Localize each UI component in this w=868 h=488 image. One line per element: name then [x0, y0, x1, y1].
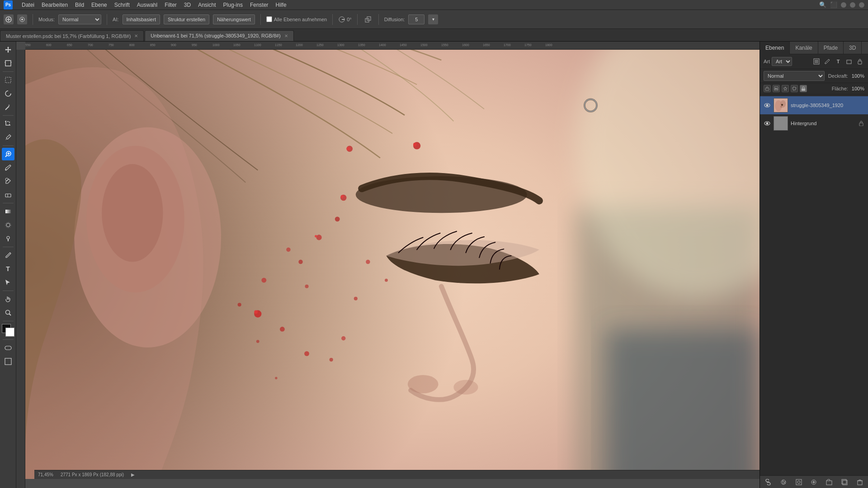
- menu-auswahl[interactable]: Auswahl: [137, 2, 157, 8]
- struktur-erstellen-btn[interactable]: Struktur erstellen: [164, 14, 209, 24]
- tab-muster-close[interactable]: ✕: [134, 33, 138, 38]
- lock-position-icon[interactable]: [782, 85, 789, 92]
- svg-point-76: [298, 260, 302, 264]
- layer-visibility-toggle-struggle[interactable]: [764, 102, 771, 109]
- panel-tab-ebenen[interactable]: Ebenen: [760, 42, 790, 54]
- blend-mode-dropdown[interactable]: Normal: [764, 71, 825, 81]
- healing-brush-tool[interactable]: [2, 148, 14, 160]
- layer-item-struggle[interactable]: struggle-3805349_1920: [760, 96, 868, 114]
- tab-unbenannt[interactable]: Unbenannt-1 bei 71,5% (struggle-3805349_…: [145, 30, 293, 41]
- svg-point-111: [781, 104, 783, 106]
- search-icon[interactable]: 🔍: [819, 1, 826, 8]
- menu-bearbeiten[interactable]: Bearbeiten: [42, 2, 68, 8]
- delete-layer-icon[interactable]: [855, 478, 864, 487]
- dodge-tool[interactable]: [2, 232, 14, 245]
- menu-hilfe[interactable]: Hilfe: [276, 2, 287, 8]
- main-content: T 550 600: [0, 42, 868, 488]
- add-layer-icon[interactable]: [840, 478, 849, 487]
- lasso-tool[interactable]: [2, 87, 14, 100]
- magic-wand-tool[interactable]: [2, 101, 14, 113]
- zoom-tool[interactable]: [2, 306, 14, 319]
- eyedropper-tool[interactable]: [2, 131, 14, 144]
- lock-all-icon[interactable]: [800, 85, 807, 92]
- tab-bar: Muster erstellen.psdc bei 15,7% (Farbfül…: [0, 29, 868, 42]
- svg-point-66: [453, 380, 478, 394]
- panel-tab-kanale[interactable]: Kanäle: [790, 42, 818, 54]
- blur-tool[interactable]: [2, 219, 14, 231]
- move-tool[interactable]: [2, 43, 14, 56]
- menu-schrift[interactable]: Schrift: [114, 2, 130, 8]
- menu-filter[interactable]: Filter: [165, 2, 177, 8]
- clone-source-icon[interactable]: [363, 14, 373, 24]
- menu-ansicht[interactable]: Ansicht: [198, 2, 216, 8]
- artboard-tool[interactable]: [2, 57, 14, 70]
- right-panel: Ebenen Kanäle Pfade 3D Art Art T: [760, 42, 868, 488]
- screen-mode-tool[interactable]: [2, 355, 14, 368]
- maximize-btn[interactable]: [850, 2, 855, 8]
- add-mask-icon[interactable]: [794, 478, 803, 487]
- path-selection-tool[interactable]: [2, 276, 14, 289]
- svg-text:1500: 1500: [420, 43, 428, 47]
- menu-fenster[interactable]: Fenster: [250, 2, 269, 8]
- lock-image-icon[interactable]: [773, 85, 780, 92]
- layer-icon-text[interactable]: T: [834, 57, 843, 66]
- layer-icon-shape[interactable]: [844, 57, 854, 66]
- minimize-btn[interactable]: [841, 2, 846, 8]
- hand-tool[interactable]: [2, 293, 14, 305]
- layer-icon-pixel[interactable]: [812, 57, 821, 66]
- quick-mask-tool[interactable]: [2, 342, 14, 354]
- layer-icon-pen[interactable]: [823, 57, 832, 66]
- arrange-icon[interactable]: ⬛: [830, 1, 837, 8]
- layer-bottom-bar: fx: [760, 475, 868, 488]
- add-adjustment-icon[interactable]: [809, 478, 818, 487]
- naherungswert-btn[interactable]: Näherungswert: [213, 14, 255, 24]
- gradient-tool[interactable]: [2, 205, 14, 218]
- mode-dropdown[interactable]: Normal Multiplizieren Bildschirm: [58, 14, 101, 24]
- tab-unbenannt-label: Unbenannt-1 bei 71,5% (struggle-3805349_…: [151, 33, 280, 38]
- foreground-color[interactable]: [2, 324, 14, 337]
- menu-3d[interactable]: 3D: [184, 2, 191, 8]
- diffusion-input[interactable]: [408, 14, 425, 24]
- link-layers-icon[interactable]: [764, 478, 773, 487]
- eraser-tool[interactable]: [2, 188, 14, 201]
- healing-brush-tool-icon[interactable]: [4, 14, 14, 24]
- brush-settings-icon[interactable]: [17, 14, 27, 24]
- alle-ebenen-checkbox[interactable]: [266, 16, 272, 22]
- canvas-area[interactable]: 550 600 650 700 750 800 850 900 950 1000…: [16, 42, 760, 488]
- status-arrow[interactable]: ▶: [131, 472, 135, 477]
- svg-rect-114: [774, 117, 788, 131]
- clone-stamp-tool[interactable]: [2, 175, 14, 188]
- art-dropdown[interactable]: Art: [772, 57, 792, 66]
- menu-datei[interactable]: Datei: [22, 2, 34, 8]
- lock-artboard-icon[interactable]: [791, 85, 798, 92]
- lock-transparent-icon[interactable]: [764, 85, 771, 92]
- close-btn[interactable]: [859, 2, 864, 8]
- inhaltsbasiert-btn[interactable]: Inhaltsbasiert: [123, 14, 160, 24]
- add-group-icon[interactable]: [825, 478, 834, 487]
- svg-point-25: [7, 236, 9, 239]
- tool-separator-6: [3, 291, 14, 291]
- layer-item-hintergrund[interactable]: Hintergrund: [760, 114, 868, 132]
- menu-ebene[interactable]: Ebene: [91, 2, 107, 8]
- layer-icon-lock[interactable]: [855, 57, 864, 66]
- panel-tab-pfade[interactable]: Pfade: [818, 42, 844, 54]
- diffusion-dropdown-icon[interactable]: ▾: [428, 14, 438, 24]
- svg-rect-100: [847, 60, 851, 64]
- pen-tool[interactable]: [2, 249, 14, 262]
- menu-plugins[interactable]: Plug-ins: [223, 2, 243, 8]
- canvas-viewport[interactable]: 71,45% 2771 Px x 1869 Px (182,88 ppi) ▶: [25, 50, 760, 479]
- add-effect-icon[interactable]: fx: [779, 478, 788, 487]
- brush-tool[interactable]: [2, 161, 14, 174]
- tab-unbenannt-close[interactable]: ✕: [284, 33, 288, 38]
- panel-tab-3d[interactable]: 3D: [844, 42, 862, 54]
- svg-point-91: [275, 377, 277, 379]
- separator-5: [357, 14, 358, 25]
- layer-visibility-toggle-hintergrund[interactable]: [764, 120, 771, 127]
- svg-rect-58: [16, 50, 25, 488]
- crop-tool[interactable]: [2, 117, 14, 130]
- opacity-value: 100%: [852, 73, 864, 79]
- type-tool[interactable]: T: [2, 263, 14, 275]
- menu-bild[interactable]: Bild: [75, 2, 84, 8]
- marquee-tool[interactable]: [2, 74, 14, 86]
- tab-muster[interactable]: Muster erstellen.psdc bei 15,7% (Farbfül…: [0, 30, 144, 41]
